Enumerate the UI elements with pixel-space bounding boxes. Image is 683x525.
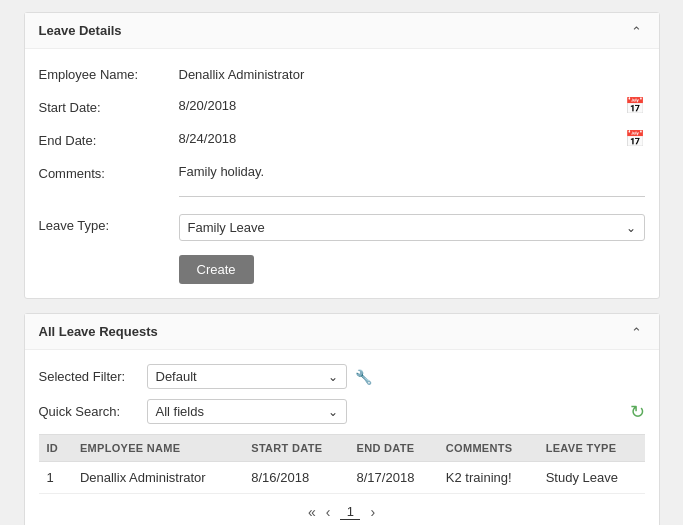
cell-employee-name: Denallix Administrator (72, 462, 243, 494)
col-id: ID (39, 435, 72, 462)
table-header-row: ID EMPLOYEE NAME START DATE END DATE COM… (39, 435, 645, 462)
leave-details-body: Employee Name: Denallix Administrator St… (25, 49, 659, 298)
quick-search-value: All fields (156, 404, 204, 419)
table-row[interactable]: 1 Denallix Administrator 8/16/2018 8/17/… (39, 462, 645, 494)
cell-id: 1 (39, 462, 72, 494)
cell-end-date: 8/17/2018 (349, 462, 438, 494)
end-date-row: End Date: 8/24/2018 📅 (39, 129, 645, 148)
first-page-button[interactable]: « (308, 504, 316, 520)
wrench-icon[interactable]: 🔧 (355, 369, 372, 385)
comments-row: Comments: Family holiday. (39, 162, 645, 200)
leave-details-collapse-icon[interactable]: ⌃ (631, 24, 645, 38)
leave-type-label: Leave Type: (39, 214, 179, 233)
filter-select[interactable]: Default ⌄ (147, 364, 347, 389)
col-employee-name: EMPLOYEE NAME (72, 435, 243, 462)
col-start-date: START DATE (243, 435, 348, 462)
col-comments: COMMENTS (438, 435, 538, 462)
pagination: « ‹ 1 › (39, 494, 645, 525)
start-date-row: Start Date: 8/20/2018 📅 (39, 96, 645, 115)
filter-label: Selected Filter: (39, 369, 139, 384)
cell-start-date: 8/16/2018 (243, 462, 348, 494)
comments-input[interactable]: Family holiday. (179, 162, 645, 197)
comments-label: Comments: (39, 162, 179, 181)
quick-search-label: Quick Search: (39, 404, 139, 419)
create-button[interactable]: Create (179, 255, 254, 284)
table-body: 1 Denallix Administrator 8/16/2018 8/17/… (39, 462, 645, 494)
end-date-calendar-icon[interactable]: 📅 (625, 129, 645, 148)
employee-name-row: Employee Name: Denallix Administrator (39, 63, 645, 82)
cell-comments: K2 training! (438, 462, 538, 494)
leave-requests-table: ID EMPLOYEE NAME START DATE END DATE COM… (39, 434, 645, 494)
next-page-button[interactable]: › (370, 504, 375, 520)
filter-value: Default (156, 369, 197, 384)
employee-name-label: Employee Name: (39, 63, 179, 82)
leave-details-title: Leave Details (39, 23, 122, 38)
table-header: ID EMPLOYEE NAME START DATE END DATE COM… (39, 435, 645, 462)
employee-name-value: Denallix Administrator (179, 63, 645, 82)
leave-type-value: Family Leave (188, 220, 265, 235)
leave-type-chevron-icon: ⌄ (626, 221, 636, 235)
refresh-icon[interactable]: ↻ (630, 401, 645, 423)
all-leave-requests-header: All Leave Requests ⌃ (25, 314, 659, 350)
leave-details-header: Leave Details ⌃ (25, 13, 659, 49)
all-leave-requests-card: All Leave Requests ⌃ Selected Filter: De… (24, 313, 660, 525)
end-date-value: 8/24/2018 (179, 131, 617, 146)
col-leave-type: LEAVE TYPE (538, 435, 645, 462)
leave-type-row: Leave Type: Family Leave ⌄ (39, 214, 645, 241)
cell-leave-type: Study Leave (538, 462, 645, 494)
leave-type-select[interactable]: Family Leave ⌄ (179, 214, 645, 241)
all-leave-requests-collapse-icon[interactable]: ⌃ (631, 325, 645, 339)
quick-search-row: Quick Search: All fields ⌄ ↻ (39, 399, 645, 424)
quick-search-select[interactable]: All fields ⌄ (147, 399, 347, 424)
leave-details-card: Leave Details ⌃ Employee Name: Denallix … (24, 12, 660, 299)
current-page: 1 (340, 504, 360, 520)
all-leave-requests-body: Selected Filter: Default ⌄ 🔧 Quick Searc… (25, 350, 659, 525)
quick-search-chevron-icon: ⌄ (328, 405, 338, 419)
prev-page-button[interactable]: ‹ (326, 504, 331, 520)
start-date-label: Start Date: (39, 96, 179, 115)
filter-row: Selected Filter: Default ⌄ 🔧 (39, 364, 645, 389)
create-button-row: Create (39, 255, 645, 284)
start-date-value: 8/20/2018 (179, 98, 617, 113)
end-date-label: End Date: (39, 129, 179, 148)
col-end-date: END DATE (349, 435, 438, 462)
start-date-calendar-icon[interactable]: 📅 (625, 96, 645, 115)
all-leave-requests-title: All Leave Requests (39, 324, 158, 339)
filter-chevron-icon: ⌄ (328, 370, 338, 384)
